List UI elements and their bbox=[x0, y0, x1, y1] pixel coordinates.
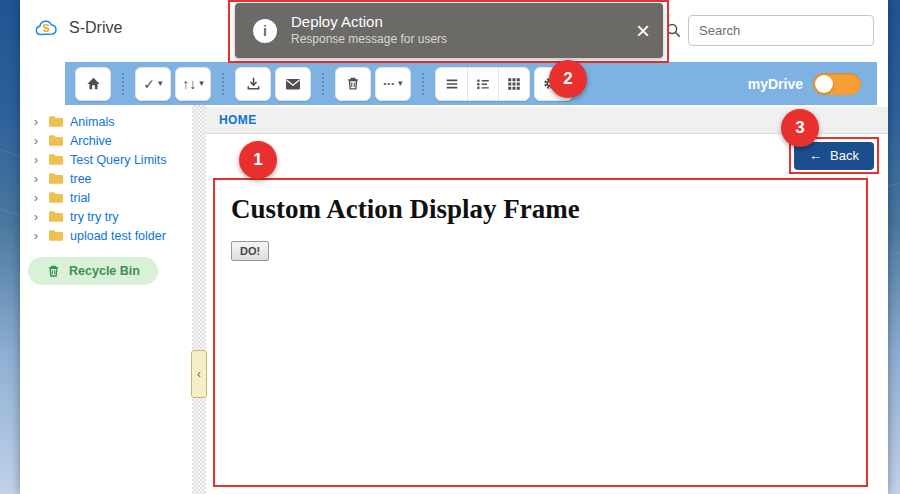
download-button[interactable] bbox=[235, 67, 271, 101]
folder-label: try try try bbox=[70, 210, 119, 224]
chevron-left-icon: ‹ bbox=[197, 367, 201, 381]
chevron-down-icon: ▾ bbox=[158, 79, 163, 88]
grid-view-button[interactable] bbox=[498, 68, 529, 100]
toolbar-separator bbox=[122, 73, 124, 95]
toggle-knob bbox=[815, 75, 833, 93]
chevron-right-icon: › bbox=[34, 154, 42, 166]
toast-notification: i Deploy Action Response message for use… bbox=[235, 3, 663, 58]
info-icon: i bbox=[253, 19, 277, 43]
sidebar-resize-divider[interactable] bbox=[192, 105, 206, 494]
back-arrow-icon: ← bbox=[809, 148, 822, 163]
sidebar-item-tree[interactable]: › tree bbox=[20, 169, 192, 188]
toast-message: Response message for users bbox=[291, 32, 447, 48]
toast-title: Deploy Action bbox=[291, 13, 447, 32]
toolbar: ✓ ▾ ↑↓ ▾ bbox=[65, 62, 877, 105]
sidebar-item-test-query-limits[interactable]: › Test Query Limits bbox=[20, 150, 192, 169]
folder-icon bbox=[48, 172, 64, 185]
folder-label: trial bbox=[70, 191, 90, 205]
sort-icon: ↑↓ bbox=[182, 77, 196, 91]
back-button-label: Back bbox=[830, 148, 859, 163]
home-button[interactable] bbox=[75, 67, 111, 101]
custom-action-frame: Custom Action Display Frame DO! bbox=[213, 178, 868, 487]
annotation-circle-3: 3 bbox=[781, 109, 819, 147]
folder-label: Test Query Limits bbox=[70, 153, 167, 167]
sort-dropdown-button[interactable]: ↑↓ ▾ bbox=[175, 67, 211, 101]
breadcrumb-home-link[interactable]: HOME bbox=[219, 113, 257, 127]
close-icon[interactable]: × bbox=[636, 19, 650, 43]
svg-text:S: S bbox=[43, 22, 50, 34]
download-icon bbox=[245, 75, 262, 92]
chevron-right-icon: › bbox=[34, 192, 42, 204]
folder-label: Archive bbox=[70, 134, 112, 148]
chevron-right-icon: › bbox=[34, 230, 42, 242]
toolbar-separator bbox=[222, 73, 224, 95]
chevron-right-icon: › bbox=[34, 173, 42, 185]
detail-view-button[interactable] bbox=[467, 68, 498, 100]
toast-text: Deploy Action Response message for users bbox=[291, 13, 447, 47]
toolbar-separator bbox=[422, 73, 424, 95]
trash-icon bbox=[46, 263, 61, 279]
chevron-down-icon: ▾ bbox=[199, 79, 204, 88]
trash-icon bbox=[345, 75, 361, 92]
folder-icon bbox=[48, 229, 64, 242]
folder-icon bbox=[48, 115, 64, 128]
sidebar-item-animals[interactable]: › Animals bbox=[20, 112, 192, 131]
sidebar-item-trial[interactable]: › trial bbox=[20, 188, 192, 207]
search-input[interactable] bbox=[688, 15, 874, 46]
sidebar-collapse-handle[interactable]: ‹ bbox=[191, 350, 207, 398]
check-icon: ✓ bbox=[143, 77, 155, 91]
folder-icon bbox=[48, 210, 64, 223]
app-window: S S-Drive bbox=[20, 0, 888, 494]
search-area bbox=[665, 15, 874, 46]
frame-title: Custom Action Display Frame bbox=[231, 194, 866, 225]
list-detail-icon bbox=[475, 76, 491, 92]
list-view-button[interactable] bbox=[436, 68, 467, 100]
folder-tree-sidebar: › Animals › Archive › Test Query Limits … bbox=[20, 105, 192, 494]
annotation-circle-2: 2 bbox=[549, 60, 587, 98]
mydrive-toggle[interactable] bbox=[813, 73, 861, 95]
select-dropdown-button[interactable]: ✓ ▾ bbox=[135, 67, 171, 101]
main-content: HOME ← Back Custom Action Display Frame … bbox=[206, 105, 888, 494]
view-switcher bbox=[435, 67, 530, 101]
annotation-circle-1: 1 bbox=[239, 141, 277, 179]
email-button[interactable] bbox=[275, 67, 311, 101]
cloud-logo-icon: S bbox=[34, 18, 60, 38]
folder-icon bbox=[48, 191, 64, 204]
recycle-bin-button[interactable]: Recycle Bin bbox=[28, 257, 158, 285]
toolbar-separator bbox=[322, 73, 324, 95]
folder-icon bbox=[48, 153, 64, 166]
desktop-background: S S-Drive bbox=[0, 0, 900, 494]
sidebar-item-try-try-try[interactable]: › try try try bbox=[20, 207, 192, 226]
chevron-right-icon: › bbox=[34, 211, 42, 223]
app-logo: S S-Drive bbox=[34, 18, 122, 38]
folder-label: Animals bbox=[70, 115, 114, 129]
do-button[interactable]: DO! bbox=[231, 241, 269, 261]
envelope-icon bbox=[284, 76, 302, 92]
chevron-right-icon: › bbox=[34, 135, 42, 147]
folder-label: tree bbox=[70, 172, 92, 186]
recycle-bin-label: Recycle Bin bbox=[69, 264, 140, 278]
mydrive-control: myDrive bbox=[748, 73, 869, 95]
home-icon bbox=[85, 75, 102, 92]
mydrive-label: myDrive bbox=[748, 76, 803, 92]
justify-icon bbox=[444, 76, 460, 92]
chevron-right-icon: › bbox=[34, 116, 42, 128]
more-actions-button[interactable]: ••• ▾ bbox=[375, 67, 411, 101]
folder-label: upload test folder bbox=[70, 229, 166, 243]
delete-button[interactable] bbox=[335, 67, 371, 101]
sidebar-item-archive[interactable]: › Archive bbox=[20, 131, 192, 150]
chevron-down-icon: ▾ bbox=[398, 79, 403, 88]
sidebar-item-upload-test-folder[interactable]: › upload test folder bbox=[20, 226, 192, 245]
folder-icon bbox=[48, 134, 64, 147]
ellipsis-icon: ••• bbox=[384, 80, 395, 88]
grid-icon bbox=[506, 76, 522, 92]
app-title: S-Drive bbox=[69, 19, 122, 37]
